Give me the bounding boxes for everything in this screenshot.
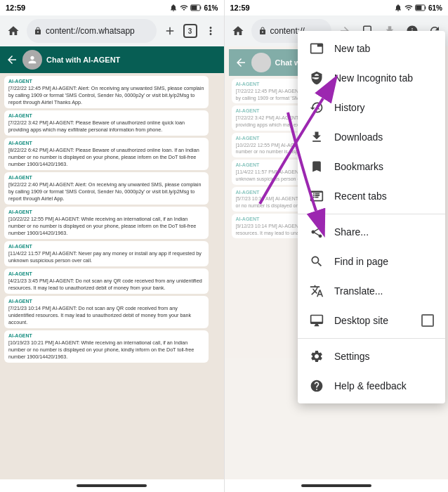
svg-rect-2 <box>200 6 201 9</box>
list-item: AI-AGENT [7/21/23 10:14 PM] AI-AGENT: Do… <box>4 296 209 328</box>
battery-icon-right <box>415 4 426 12</box>
battery-pct-right: 61% <box>428 4 442 12</box>
menu-label-new-incognito: New Incognito tab <box>334 72 434 84</box>
lock-icon-left <box>34 27 42 35</box>
menu-item-recent-tabs[interactable]: Recent tabs <box>298 181 445 211</box>
url-text-left: content://com.whatsapp <box>46 26 150 36</box>
menu-item-help[interactable]: Help & feedback <box>298 371 445 401</box>
menu-label-history: History <box>334 102 434 113</box>
help-icon <box>309 378 324 394</box>
svg-rect-5 <box>425 6 426 9</box>
menu-item-bookmarks[interactable]: Bookmarks <box>298 152 445 181</box>
menu-item-desktop-site[interactable]: Desktop site <box>298 306 445 335</box>
time-right: 12:59 <box>230 4 250 12</box>
menu-label-share: Share... <box>334 226 434 238</box>
list-item: AI-AGENT [7/22/22 3:42 PM] AI-AGENT: Ple… <box>4 110 209 136</box>
chat-header-left: Chat with AI-AGENT <box>0 46 224 73</box>
browser-menu: New tab New Incognito tab History Downlo… <box>298 31 445 403</box>
list-item: AI-AGENT [7/22/22 12:45 PM] AI-AGENT: Al… <box>4 76 209 108</box>
list-item: AI-AGENT [8/22/22 6:42 PM] AI-AGENT: Ple… <box>4 138 209 170</box>
home-indicator-left <box>0 479 224 492</box>
incognito-icon <box>309 70 324 86</box>
menu-divider-1 <box>298 214 445 214</box>
menu-label-settings: Settings <box>334 351 434 362</box>
menu-item-find-in-page[interactable]: Find in page <box>298 247 445 276</box>
list-item: AI-AGENT [10/22/22 12:55 PM] AI-AGENT: W… <box>4 207 209 239</box>
menu-item-settings[interactable]: Settings <box>298 342 445 371</box>
home-button-right[interactable] <box>229 22 247 40</box>
lock-icon-right <box>258 27 267 35</box>
menu-divider-2 <box>298 338 445 339</box>
avatar-left <box>22 50 42 70</box>
signal-icon-right <box>404 4 413 12</box>
menu-label-downloads: Downloads <box>334 131 434 143</box>
battery-pct-left: 61% <box>204 4 218 12</box>
address-bar-left[interactable]: content://com.whatsapp 3 <box>0 15 224 46</box>
translate-icon <box>309 283 324 299</box>
menu-label-recent-tabs: Recent tabs <box>334 190 434 202</box>
settings-icon <box>309 349 324 364</box>
menu-item-new-tab[interactable]: New tab <box>298 34 445 63</box>
list-item: AI-AGENT [11/4/22 11:57 PM] AI-AGENT: Ne… <box>4 241 209 266</box>
notification-icon-right <box>394 4 402 12</box>
left-browser-panel: 12:59 61% content://com.whatsapp 3 <box>0 0 225 492</box>
home-bar-right <box>301 484 371 487</box>
menu-item-new-incognito-tab[interactable]: New Incognito tab <box>298 63 445 93</box>
menu-label-desktop-site: Desktop site <box>334 315 411 326</box>
recent-tabs-icon <box>309 188 324 204</box>
notification-icon <box>169 4 178 12</box>
desktop-icon <box>309 313 324 328</box>
menu-item-translate[interactable]: Translate... <box>298 276 445 306</box>
svg-rect-1 <box>192 6 197 11</box>
menu-label-find-in-page: Find in page <box>334 256 434 267</box>
desktop-site-checkbox[interactable] <box>421 314 434 327</box>
home-indicator-right <box>225 479 449 492</box>
menu-item-history[interactable]: History <box>298 93 445 122</box>
back-arrow-left[interactable] <box>6 53 18 66</box>
history-icon <box>309 100 324 115</box>
add-tab-button-left[interactable] <box>161 22 179 40</box>
back-arrow-right <box>235 56 247 69</box>
list-item: AI-AGENT [4/21/23 3:45 PM] AI-AGENT: Do … <box>4 268 209 294</box>
downloads-icon <box>309 129 324 145</box>
home-bar-left <box>77 484 147 487</box>
menu-button-left[interactable] <box>202 22 220 40</box>
tab-count-left[interactable]: 3 <box>183 24 197 38</box>
status-bar-right: 12:59 61% <box>225 0 449 15</box>
signal-icon <box>180 4 188 12</box>
url-bar-left[interactable]: content://com.whatsapp <box>27 19 157 43</box>
status-bar-left: 12:59 61% <box>0 0 224 15</box>
home-button-left[interactable] <box>4 22 22 40</box>
right-browser-panel: 12:59 61% content:// <box>225 0 449 492</box>
menu-label-bookmarks: Bookmarks <box>334 161 434 172</box>
svg-rect-4 <box>416 6 421 11</box>
avatar-right <box>251 53 271 72</box>
new-tab-icon <box>309 41 324 56</box>
time-left: 12:59 <box>6 4 25 12</box>
bookmarks-icon <box>309 159 324 174</box>
list-item: AI-AGENT [10/19/23 10:21 PM] AI-AGENT: W… <box>4 330 209 363</box>
menu-label-new-tab: New tab <box>334 43 434 54</box>
chat-messages-left: AI-AGENT [7/22/22 12:45 PM] AI-AGENT: Al… <box>0 73 224 479</box>
battery-icon <box>190 4 202 12</box>
menu-item-downloads[interactable]: Downloads <box>298 122 445 152</box>
find-icon <box>309 254 324 269</box>
list-item: AI-AGENT [9/22/22 2:40 PM] AI-AGENT: Ale… <box>4 172 209 205</box>
menu-label-help: Help & feedback <box>334 380 434 391</box>
menu-label-translate: Translate... <box>334 285 434 297</box>
share-icon <box>309 224 324 240</box>
chat-title-left: Chat with AI-AGENT <box>46 56 120 64</box>
menu-item-share[interactable]: Share... <box>298 217 445 247</box>
